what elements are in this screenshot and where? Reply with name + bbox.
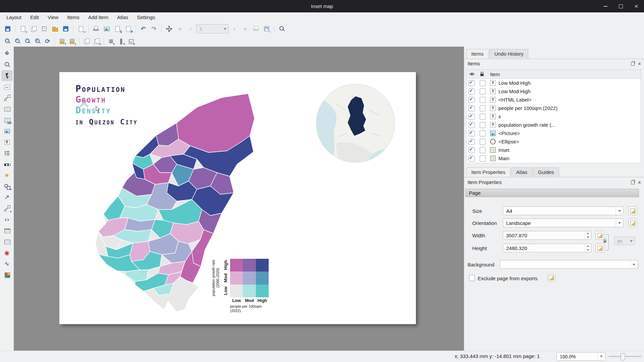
lock-checkbox[interactable] (480, 139, 486, 145)
visibility-checkbox[interactable] (469, 88, 475, 95)
new-layout-button[interactable]: + (18, 24, 28, 34)
lock-checkbox[interactable] (480, 97, 486, 103)
item-row[interactable]: <HTML Label> (467, 96, 641, 104)
maximize-button[interactable] (613, 0, 629, 12)
close-panel-icon[interactable]: ✕ (638, 180, 641, 185)
atlas-settings-button[interactable] (164, 24, 174, 34)
edit-nodes-item-button[interactable] (2, 93, 12, 103)
add-scale-bar-button[interactable] (2, 159, 12, 169)
atlas-previous-feature-button[interactable]: ‹ (185, 24, 196, 34)
zoom-slider[interactable] (608, 352, 641, 361)
close-panel-icon[interactable]: ✕ (638, 62, 641, 66)
layout-canvas[interactable]: × Population Growth Density in Quezon Ci… (14, 47, 464, 351)
save-project-button[interactable] (3, 24, 13, 34)
print-atlas-button[interactable] (251, 24, 261, 34)
close-button[interactable]: ✕ (629, 0, 644, 12)
add-items-from-template-button[interactable]: → (76, 24, 86, 34)
item-row[interactable]: population growth rate (... (467, 121, 641, 129)
visibility-checkbox[interactable] (469, 139, 475, 145)
lock-ratio-icon[interactable] (603, 239, 607, 243)
pan-layout-button[interactable] (2, 48, 12, 59)
minimize-button[interactable] (598, 0, 613, 12)
atlas-page-combo[interactable]: 1 (196, 24, 229, 34)
raise-selected-items-button[interactable]: ↑ (57, 37, 67, 46)
add-marker-button[interactable]: ◉ (2, 247, 12, 258)
add-north-arrow-button[interactable]: ★ (2, 170, 12, 180)
tab-items[interactable]: Items (466, 49, 489, 58)
add-label-button[interactable] (2, 137, 12, 147)
atlas-next-feature-button[interactable]: › (229, 24, 239, 34)
preview-atlas-button[interactable] (277, 24, 287, 34)
visibility-checkbox[interactable] (469, 97, 475, 103)
lower-selected-items-button[interactable]: ↓ (67, 37, 77, 46)
tab-guides[interactable]: Guides (533, 167, 559, 177)
item-row[interactable]: x (467, 112, 641, 121)
duplicate-layout-button[interactable] (29, 24, 39, 34)
menu-add-item[interactable]: Add Item (84, 12, 113, 22)
item-row[interactable]: Main (467, 154, 641, 163)
lock-checkbox[interactable] (480, 80, 486, 86)
lock-checkbox[interactable] (480, 156, 486, 162)
visibility-checkbox[interactable] (469, 147, 475, 153)
undock-panel-icon[interactable] (631, 181, 635, 184)
undo-button[interactable]: ↶ (138, 24, 148, 34)
item-row[interactable]: Inset (467, 146, 641, 154)
menu-edit[interactable]: Edit (26, 12, 43, 22)
lock-checkbox[interactable] (480, 105, 486, 111)
add-3d-map-button[interactable]: 3D (2, 115, 12, 125)
spin-down-icon[interactable] (585, 235, 591, 239)
add-arrow-button[interactable]: ↗ (2, 192, 12, 202)
height-data-defined-button[interactable] (595, 244, 604, 252)
redo-button[interactable]: ↷ (149, 24, 159, 34)
background-color-button[interactable] (500, 260, 638, 269)
zoom-full-button[interactable]: □ (3, 37, 12, 46)
spin-up-icon[interactable] (585, 244, 591, 248)
page-section-header[interactable]: Page (465, 189, 639, 197)
menu-layout[interactable]: Layout (2, 12, 26, 22)
map-title-line-2[interactable]: Growth (75, 94, 106, 105)
atlas-last-feature-button[interactable]: » (240, 24, 250, 34)
lock-checkbox[interactable] (480, 130, 486, 136)
item-row[interactable]: Low Mod High (467, 87, 641, 96)
add-attribute-table-button[interactable] (2, 225, 12, 236)
distribute-selected-items-button[interactable]: ∥ (116, 37, 126, 46)
add-legend-button[interactable] (2, 148, 12, 158)
zoom-layout-button[interactable] (2, 59, 12, 70)
map-title-line-1[interactable]: Population (75, 83, 125, 94)
layout-page[interactable]: × Population Growth Density in Quezon Ci… (59, 72, 416, 324)
menu-settings[interactable]: Settings (132, 12, 159, 22)
visibility-checkbox[interactable] (469, 114, 475, 120)
visibility-checkbox[interactable] (469, 80, 475, 86)
ungroup-items-button[interactable]: × (92, 37, 101, 46)
map-title-line-3[interactable]: Density (75, 105, 111, 115)
menu-atlas[interactable]: Atlas (113, 12, 132, 22)
exclude-data-defined-button[interactable] (547, 274, 555, 282)
tab-atlas[interactable]: Atlas (511, 167, 532, 177)
orientation-select[interactable]: Landscape (503, 219, 624, 227)
menu-items[interactable]: Items (63, 12, 84, 22)
export-as-image-button[interactable] (102, 24, 112, 34)
map-title-line-4[interactable]: in Quezon City (75, 118, 138, 126)
group-items-button[interactable] (82, 37, 91, 46)
lock-checkbox[interactable] (480, 114, 486, 120)
visibility-checkbox[interactable] (469, 130, 475, 136)
zoom-in-button[interactable]: + (13, 37, 22, 46)
zoom-actual-size-button[interactable]: 1 (33, 37, 42, 46)
item-row[interactable]: <Picture> (467, 129, 641, 137)
zoom-level-combo[interactable]: 100.0% (556, 352, 605, 361)
inset-map-item[interactable] (316, 83, 395, 163)
orientation-data-defined-button[interactable] (628, 219, 637, 227)
bivariate-legend-grid[interactable] (230, 259, 269, 297)
height-spinbox[interactable]: 2480.320 (503, 244, 591, 252)
menu-view[interactable]: View (43, 12, 63, 22)
undock-panel-icon[interactable] (631, 62, 635, 66)
refresh-view-button[interactable]: ⟳ (43, 37, 52, 46)
size-select[interactable]: A4 (503, 206, 624, 215)
item-row[interactable]: <Ellipse> (467, 137, 641, 146)
align-selected-items-button[interactable]: ≡ (106, 37, 116, 46)
item-row[interactable]: Low Mod High (467, 79, 641, 87)
spin-buttons[interactable] (585, 244, 591, 252)
visibility-checkbox[interactable] (469, 105, 475, 111)
add-color-swatch-button[interactable] (2, 269, 12, 280)
add-shape-button[interactable] (2, 181, 12, 191)
